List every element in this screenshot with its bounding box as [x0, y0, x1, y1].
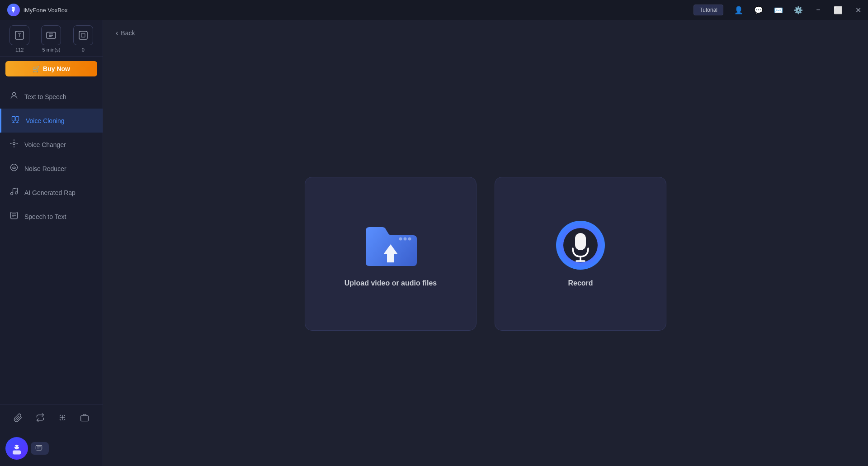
- attachment-icon[interactable]: [11, 410, 25, 427]
- cards-area: Upload video or audio files: [103, 42, 868, 466]
- svg-point-14: [13, 143, 15, 145]
- main-content: ‹ Back: [103, 20, 868, 466]
- back-label: Back: [121, 29, 135, 37]
- sidebar-item-ai-generated-rap[interactable]: AI Generated Rap: [0, 181, 103, 204]
- sidebar-item-noise-reducer[interactable]: Noise Reducer: [0, 157, 103, 181]
- sidebar-item-text-to-speech[interactable]: Text to Speech: [0, 85, 103, 109]
- svg-rect-39: [575, 233, 586, 250]
- chatbot-widget[interactable]: [0, 433, 103, 466]
- svg-rect-8: [12, 116, 15, 121]
- record-icon: [556, 220, 605, 270]
- svg-point-17: [11, 193, 13, 195]
- mail-icon[interactable]: ✉️: [769, 0, 788, 20]
- app-title: iMyFone VoxBox: [24, 7, 68, 14]
- svg-text:T: T: [18, 33, 21, 38]
- duration-icon: [41, 25, 61, 45]
- chatbot-bubble: [31, 442, 49, 455]
- speech-to-text-label: Speech to Text: [24, 213, 66, 220]
- svg-rect-6: [79, 31, 87, 39]
- svg-rect-27: [13, 451, 21, 455]
- repeat-icon[interactable]: [33, 410, 47, 427]
- discord-icon[interactable]: 💬: [749, 0, 769, 20]
- duration-value: 5 min(s): [42, 47, 61, 52]
- stat-exports: 0: [73, 25, 93, 52]
- svg-point-34: [404, 238, 407, 241]
- close-button[interactable]: ✕: [848, 0, 868, 20]
- cart-icon: 🛒: [33, 65, 40, 72]
- svg-point-7: [13, 92, 16, 95]
- app-body: T 112 5 min(s): [0, 20, 868, 466]
- characters-value: 112: [15, 47, 24, 52]
- characters-icon: T: [9, 25, 29, 45]
- upload-icon: [363, 220, 418, 270]
- svg-point-35: [408, 238, 411, 241]
- stat-duration: 5 min(s): [41, 25, 61, 52]
- logo-icon: 🎙: [7, 4, 20, 16]
- upload-label: Upload video or audio files: [344, 279, 437, 287]
- upload-card[interactable]: Upload video or audio files: [305, 177, 476, 331]
- svg-point-26: [14, 445, 19, 450]
- record-label: Record: [568, 279, 593, 287]
- stat-characters: T 112: [9, 25, 29, 52]
- sidebar-item-voice-cloning[interactable]: Voice Cloning: [0, 109, 103, 133]
- settings-icon[interactable]: ⚙️: [788, 0, 808, 20]
- noise-reducer-icon: [9, 163, 19, 174]
- sidebar-item-speech-to-text[interactable]: Speech to Text: [0, 204, 103, 228]
- text-to-speech-label: Text to Speech: [24, 93, 66, 100]
- voice-changer-label: Voice Changer: [24, 141, 66, 148]
- speech-to-text-icon: [9, 211, 19, 222]
- voice-changer-icon: [9, 139, 19, 150]
- stats-row: T 112 5 min(s): [0, 20, 103, 57]
- svg-rect-30: [36, 445, 42, 450]
- buy-now-label: Buy Now: [43, 65, 70, 72]
- chatbot-avatar: [5, 437, 28, 460]
- app-logo: 🎙 iMyFone VoxBox: [7, 4, 68, 16]
- svg-point-28: [14, 446, 16, 447]
- voice-cloning-icon: [10, 115, 20, 126]
- record-card[interactable]: Record: [495, 177, 666, 331]
- voice-cloning-label: Voice Cloning: [26, 117, 65, 124]
- svg-point-18: [15, 192, 18, 194]
- svg-rect-9: [16, 116, 19, 121]
- ai-generated-rap-icon: [9, 187, 19, 198]
- crosshair-icon[interactable]: [55, 410, 70, 427]
- exports-value: 0: [82, 47, 85, 52]
- minimize-button[interactable]: −: [808, 0, 828, 20]
- svg-rect-25: [80, 416, 88, 421]
- noise-reducer-label: Noise Reducer: [24, 165, 66, 172]
- nav-items: Text to Speech Voice Cloning: [0, 81, 103, 404]
- window-controls: Tutorial 👤 💬 ✉️ ⚙️ − ⬜ ✕: [693, 0, 868, 20]
- account-icon[interactable]: 👤: [729, 0, 749, 20]
- back-arrow-icon: ‹: [116, 29, 118, 37]
- sidebar: T 112 5 min(s): [0, 20, 103, 466]
- briefcase-icon[interactable]: [77, 410, 92, 427]
- tutorial-button[interactable]: Tutorial: [693, 5, 723, 15]
- ai-generated-rap-label: AI Generated Rap: [24, 189, 75, 196]
- titlebar: 🎙 iMyFone VoxBox Tutorial 👤 💬 ✉️ ⚙️ − ⬜ …: [0, 0, 868, 20]
- svg-point-29: [18, 446, 19, 447]
- text-to-speech-icon: [9, 91, 19, 102]
- maximize-button[interactable]: ⬜: [828, 0, 848, 20]
- sidebar-bottom-toolbar: [0, 404, 103, 433]
- buy-now-button[interactable]: 🛒 Buy Now: [5, 61, 97, 76]
- svg-point-33: [399, 238, 402, 241]
- back-button[interactable]: ‹ Back: [103, 20, 868, 42]
- exports-icon: [73, 25, 93, 45]
- sidebar-item-voice-changer[interactable]: Voice Changer: [0, 133, 103, 157]
